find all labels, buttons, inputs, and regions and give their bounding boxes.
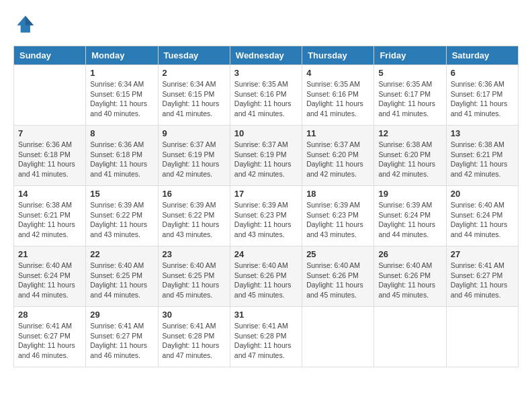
- svg-marker-1: [26, 16, 34, 26]
- day-info: Sunrise: 6:36 AM Sunset: 6:17 PM Dayligh…: [451, 79, 514, 119]
- week-row-2: 7Sunrise: 6:36 AM Sunset: 6:18 PM Daylig…: [14, 126, 519, 186]
- day-number: 16: [163, 189, 226, 199]
- day-number: 21: [18, 249, 81, 259]
- day-number: 20: [451, 189, 514, 199]
- day-cell: 24Sunrise: 6:40 AM Sunset: 6:26 PM Dayli…: [230, 246, 302, 307]
- day-number: 26: [378, 249, 441, 259]
- day-number: 2: [163, 68, 226, 78]
- day-cell: 20Sunrise: 6:40 AM Sunset: 6:24 PM Dayli…: [446, 186, 518, 246]
- day-number: 22: [90, 249, 153, 259]
- day-info: Sunrise: 6:38 AM Sunset: 6:21 PM Dayligh…: [18, 200, 81, 240]
- day-cell: 16Sunrise: 6:39 AM Sunset: 6:22 PM Dayli…: [158, 186, 230, 246]
- day-number: 7: [18, 128, 81, 138]
- day-number: 10: [234, 128, 298, 138]
- day-cell: 8Sunrise: 6:36 AM Sunset: 6:18 PM Daylig…: [86, 126, 158, 186]
- day-info: Sunrise: 6:37 AM Sunset: 6:19 PM Dayligh…: [163, 140, 226, 179]
- day-cell: 23Sunrise: 6:40 AM Sunset: 6:25 PM Dayli…: [158, 246, 230, 307]
- day-cell: 29Sunrise: 6:41 AM Sunset: 6:27 PM Dayli…: [86, 307, 158, 367]
- day-number: 14: [18, 189, 81, 199]
- day-cell: 21Sunrise: 6:40 AM Sunset: 6:24 PM Dayli…: [14, 246, 86, 307]
- day-cell: 17Sunrise: 6:39 AM Sunset: 6:23 PM Dayli…: [230, 186, 302, 246]
- day-info: Sunrise: 6:41 AM Sunset: 6:28 PM Dayligh…: [163, 321, 226, 361]
- day-cell: 19Sunrise: 6:39 AM Sunset: 6:24 PM Dayli…: [374, 186, 446, 246]
- day-info: Sunrise: 6:38 AM Sunset: 6:20 PM Dayligh…: [378, 140, 441, 179]
- day-cell: 28Sunrise: 6:41 AM Sunset: 6:27 PM Dayli…: [14, 307, 86, 367]
- day-cell: [14, 65, 86, 126]
- day-cell: 30Sunrise: 6:41 AM Sunset: 6:28 PM Dayli…: [158, 307, 230, 367]
- header-cell-saturday: Saturday: [446, 46, 518, 65]
- day-number: 12: [378, 128, 441, 138]
- day-number: 18: [306, 189, 369, 199]
- day-cell: [302, 307, 374, 367]
- day-info: Sunrise: 6:37 AM Sunset: 6:20 PM Dayligh…: [306, 140, 369, 179]
- day-cell: 22Sunrise: 6:40 AM Sunset: 6:25 PM Dayli…: [86, 246, 158, 307]
- day-cell: 14Sunrise: 6:38 AM Sunset: 6:21 PM Dayli…: [14, 186, 86, 246]
- day-number: 15: [90, 189, 153, 199]
- header-cell-friday: Friday: [374, 46, 446, 65]
- day-info: Sunrise: 6:35 AM Sunset: 6:16 PM Dayligh…: [234, 79, 298, 119]
- day-cell: 10Sunrise: 6:37 AM Sunset: 6:19 PM Dayli…: [230, 126, 302, 186]
- day-info: Sunrise: 6:36 AM Sunset: 6:18 PM Dayligh…: [18, 140, 81, 179]
- day-number: 4: [306, 68, 369, 78]
- day-info: Sunrise: 6:36 AM Sunset: 6:18 PM Dayligh…: [90, 140, 153, 179]
- day-number: 5: [378, 68, 441, 78]
- day-cell: 5Sunrise: 6:35 AM Sunset: 6:17 PM Daylig…: [374, 65, 446, 126]
- day-cell: 27Sunrise: 6:41 AM Sunset: 6:27 PM Dayli…: [446, 246, 518, 307]
- day-cell: 15Sunrise: 6:39 AM Sunset: 6:22 PM Dayli…: [86, 186, 158, 246]
- day-info: Sunrise: 6:39 AM Sunset: 6:24 PM Dayligh…: [378, 200, 441, 240]
- day-number: 31: [234, 310, 298, 320]
- logo: [13, 13, 38, 35]
- day-number: 25: [306, 249, 369, 259]
- header-cell-sunday: Sunday: [14, 46, 86, 65]
- day-info: Sunrise: 6:41 AM Sunset: 6:27 PM Dayligh…: [18, 321, 81, 361]
- day-cell: 11Sunrise: 6:37 AM Sunset: 6:20 PM Dayli…: [302, 126, 374, 186]
- day-info: Sunrise: 6:35 AM Sunset: 6:17 PM Dayligh…: [378, 79, 441, 119]
- day-number: 24: [234, 249, 298, 259]
- day-number: 6: [451, 68, 514, 78]
- day-number: 17: [234, 189, 298, 199]
- header-cell-thursday: Thursday: [302, 46, 374, 65]
- day-cell: 9Sunrise: 6:37 AM Sunset: 6:19 PM Daylig…: [158, 126, 230, 186]
- day-info: Sunrise: 6:40 AM Sunset: 6:25 PM Dayligh…: [163, 261, 226, 300]
- week-row-4: 21Sunrise: 6:40 AM Sunset: 6:24 PM Dayli…: [14, 246, 519, 307]
- day-info: Sunrise: 6:40 AM Sunset: 6:26 PM Dayligh…: [234, 261, 298, 300]
- day-number: 1: [90, 68, 153, 78]
- day-info: Sunrise: 6:39 AM Sunset: 6:23 PM Dayligh…: [306, 200, 369, 240]
- day-cell: [374, 307, 446, 367]
- header-cell-wednesday: Wednesday: [230, 46, 302, 65]
- day-info: Sunrise: 6:40 AM Sunset: 6:26 PM Dayligh…: [378, 261, 441, 300]
- day-cell: 26Sunrise: 6:40 AM Sunset: 6:26 PM Dayli…: [374, 246, 446, 307]
- day-cell: 3Sunrise: 6:35 AM Sunset: 6:16 PM Daylig…: [230, 65, 302, 126]
- day-info: Sunrise: 6:34 AM Sunset: 6:15 PM Dayligh…: [163, 79, 226, 119]
- day-number: 3: [234, 68, 298, 78]
- header-cell-tuesday: Tuesday: [158, 46, 230, 65]
- day-number: 11: [306, 128, 369, 138]
- header-row: SundayMondayTuesdayWednesdayThursdayFrid…: [14, 46, 519, 65]
- day-cell: [446, 307, 518, 367]
- day-number: 8: [90, 128, 153, 138]
- day-info: Sunrise: 6:39 AM Sunset: 6:22 PM Dayligh…: [90, 200, 153, 240]
- day-info: Sunrise: 6:40 AM Sunset: 6:24 PM Dayligh…: [18, 261, 81, 300]
- day-cell: 31Sunrise: 6:41 AM Sunset: 6:28 PM Dayli…: [230, 307, 302, 367]
- day-number: 29: [90, 310, 153, 320]
- header-cell-monday: Monday: [86, 46, 158, 65]
- day-info: Sunrise: 6:41 AM Sunset: 6:27 PM Dayligh…: [451, 261, 514, 300]
- logo-icon: [13, 13, 35, 35]
- day-info: Sunrise: 6:34 AM Sunset: 6:15 PM Dayligh…: [90, 79, 153, 119]
- day-info: Sunrise: 6:41 AM Sunset: 6:28 PM Dayligh…: [234, 321, 298, 361]
- day-cell: 18Sunrise: 6:39 AM Sunset: 6:23 PM Dayli…: [302, 186, 374, 246]
- day-info: Sunrise: 6:39 AM Sunset: 6:22 PM Dayligh…: [163, 200, 226, 240]
- day-cell: 25Sunrise: 6:40 AM Sunset: 6:26 PM Dayli…: [302, 246, 374, 307]
- day-number: 19: [378, 189, 441, 199]
- day-cell: 2Sunrise: 6:34 AM Sunset: 6:15 PM Daylig…: [158, 65, 230, 126]
- day-number: 28: [18, 310, 81, 320]
- day-number: 30: [163, 310, 226, 320]
- day-cell: 6Sunrise: 6:36 AM Sunset: 6:17 PM Daylig…: [446, 65, 518, 126]
- day-cell: 1Sunrise: 6:34 AM Sunset: 6:15 PM Daylig…: [86, 65, 158, 126]
- day-number: 9: [163, 128, 226, 138]
- day-info: Sunrise: 6:38 AM Sunset: 6:21 PM Dayligh…: [451, 140, 514, 179]
- day-cell: 7Sunrise: 6:36 AM Sunset: 6:18 PM Daylig…: [14, 126, 86, 186]
- day-info: Sunrise: 6:40 AM Sunset: 6:24 PM Dayligh…: [451, 200, 514, 240]
- day-number: 13: [451, 128, 514, 138]
- day-info: Sunrise: 6:37 AM Sunset: 6:19 PM Dayligh…: [234, 140, 298, 179]
